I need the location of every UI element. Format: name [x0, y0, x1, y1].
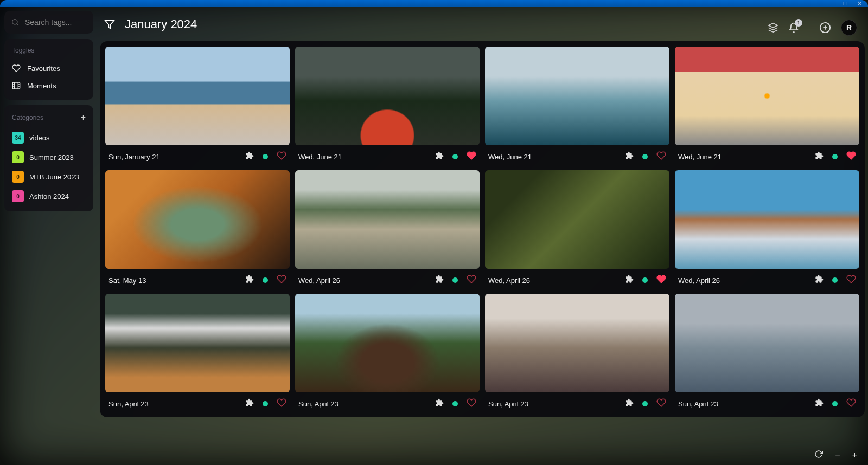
- category-label: MTB June 2023: [29, 173, 79, 181]
- status-dot[interactable]: [263, 277, 268, 283]
- status-dot[interactable]: [642, 401, 648, 406]
- card-date: Sun, April 23: [298, 400, 339, 408]
- favourite-heart-icon[interactable]: [277, 398, 286, 410]
- photo-thumbnail[interactable]: [675, 47, 859, 145]
- favourite-heart-icon[interactable]: [656, 274, 666, 286]
- card-footer: Sun, January 21: [105, 145, 290, 165]
- photo-card[interactable]: Wed, June 21: [675, 47, 859, 165]
- card-footer: Sun, April 23: [295, 392, 480, 412]
- favourite-heart-icon[interactable]: [846, 274, 856, 286]
- photo-card[interactable]: Sun, April 23: [675, 294, 859, 412]
- photo-card[interactable]: Wed, April 26: [485, 170, 669, 288]
- category-item[interactable]: 34videos: [9, 128, 89, 147]
- card-date: Sun, April 23: [678, 400, 718, 408]
- zoom-in-button[interactable]: +: [850, 449, 859, 461]
- toggles-panel: Toggles Favourites Moments: [4, 39, 93, 100]
- puzzle-icon[interactable]: [625, 398, 634, 409]
- photo-thumbnail[interactable]: [485, 170, 669, 269]
- plus-circle-icon: [819, 22, 831, 34]
- add-category-button[interactable]: +: [81, 113, 86, 122]
- photo-card[interactable]: Sat, May 13: [105, 170, 290, 288]
- photo-card[interactable]: Wed, June 21: [485, 47, 669, 165]
- filter-icon[interactable]: [104, 19, 115, 30]
- photo-card[interactable]: Sun, April 23: [485, 294, 669, 412]
- puzzle-icon[interactable]: [435, 151, 444, 162]
- photo-card[interactable]: Sun, April 23: [295, 294, 480, 412]
- refresh-icon: [814, 450, 823, 458]
- status-dot[interactable]: [832, 401, 838, 406]
- status-dot[interactable]: [263, 154, 268, 159]
- card-footer: Wed, April 26: [675, 269, 859, 288]
- favourite-heart-icon[interactable]: [277, 151, 286, 163]
- titlebar[interactable]: — □ ✕: [0, 0, 868, 7]
- card-actions: [815, 274, 856, 286]
- status-dot[interactable]: [452, 277, 458, 283]
- puzzle-icon[interactable]: [815, 398, 824, 409]
- search-icon: [11, 18, 20, 27]
- favourite-heart-icon[interactable]: [277, 274, 286, 286]
- photo-thumbnail[interactable]: [675, 294, 859, 392]
- favourite-heart-icon[interactable]: [656, 398, 666, 410]
- puzzle-icon[interactable]: [245, 151, 254, 162]
- photo-thumbnail[interactable]: [485, 47, 669, 145]
- toggles-title: Toggles: [9, 44, 89, 60]
- notifications-button[interactable]: 1: [788, 22, 799, 33]
- photo-thumbnail[interactable]: [485, 294, 669, 392]
- main-content[interactable]: January 2024 Sun, January 21Wed, June 21…: [98, 7, 868, 465]
- app-window: — □ ✕ Toggles Favourites Moments: [0, 0, 868, 465]
- photo-card[interactable]: Wed, June 21: [295, 47, 480, 165]
- puzzle-icon[interactable]: [625, 275, 634, 286]
- add-button[interactable]: [819, 22, 831, 34]
- search-box[interactable]: [4, 11, 93, 34]
- top-actions: 1 R: [768, 20, 857, 36]
- category-label: Ashton 2024: [29, 192, 69, 201]
- categories-header: Categories +: [9, 111, 89, 128]
- favourite-heart-icon[interactable]: [846, 151, 856, 163]
- zoom-out-button[interactable]: −: [833, 449, 842, 461]
- card-footer: Sat, May 13: [105, 269, 290, 288]
- puzzle-icon[interactable]: [435, 275, 444, 286]
- favourite-heart-icon[interactable]: [656, 151, 666, 163]
- status-dot[interactable]: [832, 277, 838, 283]
- favourite-heart-icon[interactable]: [467, 151, 476, 163]
- puzzle-icon[interactable]: [625, 151, 634, 162]
- favourite-heart-icon[interactable]: [846, 398, 856, 410]
- photo-thumbnail[interactable]: [105, 170, 290, 269]
- puzzle-icon[interactable]: [245, 275, 254, 286]
- status-dot[interactable]: [642, 154, 648, 159]
- puzzle-icon[interactable]: [435, 398, 444, 409]
- status-dot[interactable]: [832, 154, 838, 159]
- category-item[interactable]: 0Ashton 2024: [9, 186, 89, 206]
- avatar[interactable]: R: [841, 20, 857, 36]
- search-input[interactable]: [25, 18, 87, 27]
- layers-button[interactable]: [768, 22, 778, 33]
- photo-grid: Sun, January 21Wed, June 21Wed, June 21W…: [105, 47, 859, 412]
- toggle-moments[interactable]: Moments: [9, 77, 89, 94]
- category-item[interactable]: 0Summer 2023: [9, 147, 89, 167]
- favourite-heart-icon[interactable]: [467, 274, 476, 286]
- photo-card[interactable]: Sun, April 23: [105, 294, 290, 412]
- puzzle-icon[interactable]: [245, 398, 254, 409]
- category-item[interactable]: 0MTB June 2023: [9, 167, 89, 186]
- puzzle-icon[interactable]: [815, 151, 824, 162]
- photo-card[interactable]: Wed, April 26: [295, 170, 480, 288]
- status-dot[interactable]: [452, 401, 458, 406]
- reset-zoom-button[interactable]: [812, 449, 825, 462]
- photo-thumbnail[interactable]: [105, 47, 290, 145]
- photo-thumbnail[interactable]: [105, 294, 290, 392]
- photo-thumbnail[interactable]: [675, 170, 859, 269]
- photo-card[interactable]: Wed, April 26: [675, 170, 859, 288]
- toggle-favourites[interactable]: Favourites: [9, 60, 89, 77]
- status-dot[interactable]: [642, 277, 648, 283]
- photo-thumbnail[interactable]: [295, 170, 480, 269]
- status-dot[interactable]: [452, 154, 458, 159]
- card-footer: Wed, April 26: [485, 269, 669, 288]
- photo-thumbnail[interactable]: [295, 294, 480, 392]
- photo-thumbnail[interactable]: [295, 47, 480, 145]
- status-dot[interactable]: [263, 401, 268, 406]
- card-date: Sun, April 23: [108, 400, 149, 408]
- photo-card[interactable]: Sun, January 21: [105, 47, 290, 165]
- favourite-heart-icon[interactable]: [467, 398, 476, 410]
- puzzle-icon[interactable]: [815, 275, 824, 286]
- heart-icon: [12, 64, 21, 73]
